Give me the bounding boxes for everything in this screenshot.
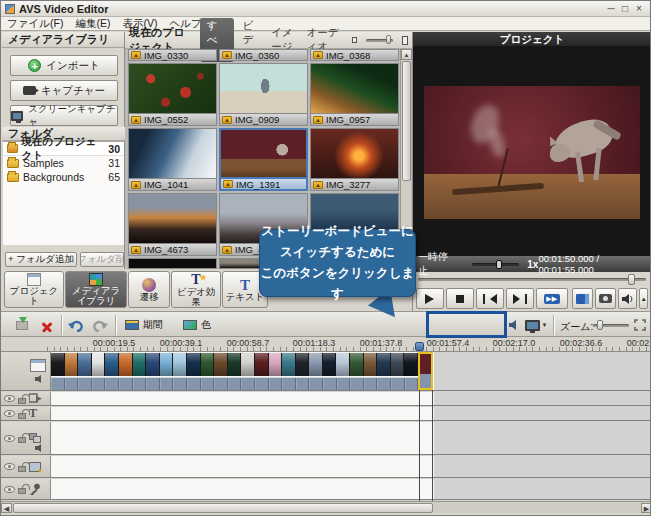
undo-button[interactable]	[67, 316, 85, 334]
eye-icon[interactable]	[4, 410, 15, 417]
tab-project[interactable]: プロジェクト	[4, 271, 64, 308]
selected-clip[interactable]	[418, 352, 433, 390]
close-button[interactable]: ×	[632, 3, 646, 15]
folder-item-current-project[interactable]: 現在のプロジェクト 30	[3, 142, 124, 156]
timeline-clip[interactable]	[51, 353, 65, 376]
screen-capture-button[interactable]: スクリーンキャプチャ	[10, 105, 118, 126]
prev-frame-button[interactable]	[476, 288, 504, 309]
scroll-right-icon[interactable]: ▶	[641, 503, 651, 513]
eye-icon[interactable]	[4, 463, 15, 470]
thumb-size-slider[interactable]	[366, 39, 393, 42]
add-to-timeline-button[interactable]	[13, 316, 31, 334]
text-track[interactable]: T	[1, 407, 651, 421]
timeline-zoom-handle[interactable]	[597, 320, 603, 330]
menu-file[interactable]: ファイル(F)	[7, 17, 63, 31]
color-button[interactable]: 色	[183, 316, 211, 334]
play-button[interactable]	[416, 288, 444, 309]
add-folder-button[interactable]: + フォルダ追加	[5, 252, 77, 267]
eye-icon[interactable]	[4, 486, 15, 493]
timeline-clip[interactable]	[364, 353, 378, 376]
timeline-clip[interactable]	[65, 353, 79, 376]
effects-track[interactable]: ★	[1, 456, 651, 478]
timeline-clip[interactable]	[160, 353, 174, 376]
overlay-track[interactable]	[1, 422, 651, 455]
seek-bar[interactable]	[418, 278, 646, 281]
timeline-clip[interactable]	[336, 353, 350, 376]
eye-icon[interactable]	[4, 435, 15, 442]
media-item-partial[interactable]: ▲IMG_0368	[310, 49, 399, 61]
timeline-clip[interactable]	[201, 353, 215, 376]
media-item-partial[interactable]: ▲IMG_0330	[128, 49, 217, 61]
timeline-clip[interactable]	[173, 353, 187, 376]
maximize-button[interactable]: □	[618, 3, 632, 15]
timeline-clip[interactable]	[350, 353, 364, 376]
timeline-clip[interactable]	[282, 353, 296, 376]
volume-expand-button[interactable]: ▲	[639, 288, 648, 309]
remove-folder-button[interactable]: − フォルダ削除	[80, 252, 124, 267]
tab-video-effects[interactable]: T★ ビデオ効果	[171, 271, 221, 308]
unlock-icon[interactable]	[18, 398, 26, 404]
timeline-ruler[interactable]: 00:00:19.5 00:00:39.1 00:00:58.7 00:01:1…	[1, 337, 651, 352]
timeline-clip[interactable]	[105, 353, 119, 376]
timeline-clip[interactable]	[228, 353, 242, 376]
duration-button[interactable]: 期間	[125, 316, 163, 334]
timeline-clip[interactable]	[296, 353, 310, 376]
volume-button[interactable]	[618, 288, 637, 309]
transition-track[interactable]	[1, 392, 651, 406]
voice-track[interactable]	[1, 479, 651, 500]
media-item-selected[interactable]: ▲IMG_1391	[219, 128, 308, 191]
scroll-left-icon[interactable]: ◀	[1, 503, 12, 513]
timeline-clip[interactable]	[92, 353, 106, 376]
unlock-icon[interactable]	[18, 466, 26, 472]
media-item[interactable]: ▲IMG_4673	[128, 193, 217, 256]
capture-button[interactable]: キャプチャー	[10, 80, 118, 101]
timeline-clip[interactable]	[255, 353, 269, 376]
unlock-icon[interactable]	[18, 488, 26, 494]
media-item[interactable]: ▲IMG_1041	[128, 128, 217, 191]
fullscreen-icon[interactable]	[634, 319, 646, 331]
thumb-size-slider-handle[interactable]	[386, 35, 391, 44]
import-button[interactable]: + インポート	[10, 55, 118, 76]
timeline-clip[interactable]	[323, 353, 337, 376]
minimize-button[interactable]: ─	[604, 3, 618, 15]
timeline-clip[interactable]	[119, 353, 133, 376]
timeline-clip[interactable]	[214, 353, 228, 376]
media-item[interactable]: ▲IMG_3277	[310, 128, 399, 191]
video-track[interactable]	[1, 352, 651, 391]
unlock-icon[interactable]	[18, 437, 26, 443]
next-frame-button[interactable]	[506, 288, 534, 309]
delete-button[interactable]	[39, 316, 55, 334]
scroll-up-icon[interactable]: ▲	[401, 49, 412, 60]
tab-media-library[interactable]: メディアライブラリ	[65, 271, 127, 308]
playhead-marker[interactable]	[415, 342, 424, 351]
eye-icon[interactable]	[4, 395, 15, 402]
timeline-clip[interactable]	[377, 353, 391, 376]
timeline-clip[interactable]	[146, 353, 160, 376]
tab-transitions[interactable]: 遷移	[128, 271, 170, 308]
timeline-clip[interactable]	[133, 353, 147, 376]
title-bar[interactable]: AVS Video Editor ─ □ ×	[1, 1, 650, 17]
timeline-clip[interactable]	[269, 353, 283, 376]
timeline-clip[interactable]	[404, 353, 418, 376]
speed-slider[interactable]	[472, 263, 519, 266]
media-item-partial[interactable]: ▲IMG_0360	[219, 49, 308, 61]
media-item[interactable]: ▲IMG_0957	[310, 63, 399, 126]
folder-item-backgrounds[interactable]: Backgrounds 65	[3, 170, 124, 184]
timeline-clip[interactable]	[78, 353, 92, 376]
media-item[interactable]: ▲IMG_0909	[219, 63, 308, 126]
timeline-hscrollbar[interactable]: ◀ ▶	[1, 501, 651, 513]
media-item[interactable]: ▲IMG_0552	[128, 63, 217, 126]
jump-button[interactable]: ▶▶	[536, 288, 568, 309]
redo-button[interactable]	[91, 316, 109, 334]
split-button[interactable]	[572, 288, 593, 309]
media-item-partial[interactable]	[128, 258, 217, 269]
speed-slider-handle[interactable]	[496, 260, 502, 269]
audio-mixer-button[interactable]	[506, 316, 522, 334]
menu-edit[interactable]: 編集(E)	[75, 17, 110, 31]
timeline-clip[interactable]	[241, 353, 255, 376]
timeline-clip[interactable]	[309, 353, 323, 376]
snapshot-button[interactable]	[595, 288, 616, 309]
monitor-select-button[interactable]: ▼	[523, 316, 549, 334]
stop-button[interactable]	[446, 288, 474, 309]
unlock-icon[interactable]	[18, 413, 26, 419]
